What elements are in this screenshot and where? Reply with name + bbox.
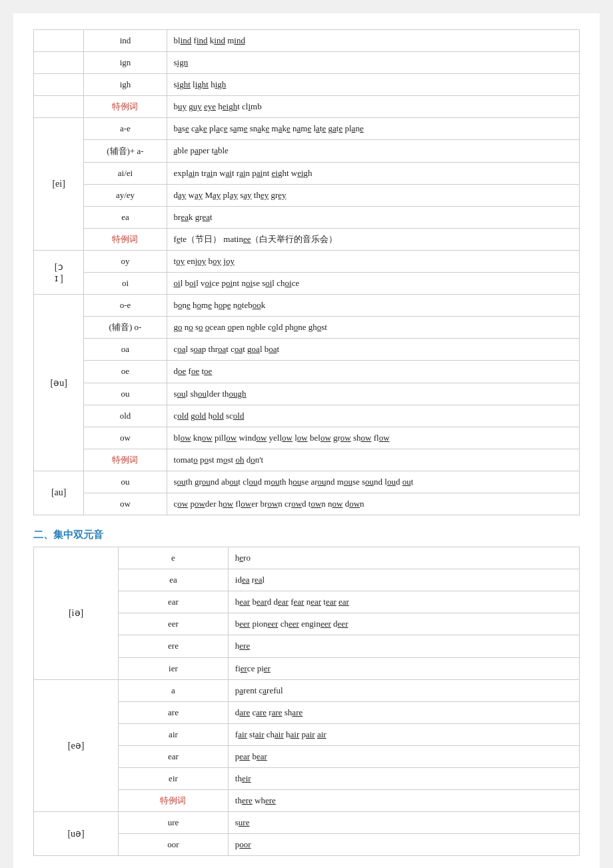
words-cell: soul shoulder though xyxy=(167,383,579,405)
words-cell: bone home hope notebook xyxy=(167,295,579,317)
words-cell: sure xyxy=(228,812,579,834)
pattern-cell: ere xyxy=(119,635,229,657)
pattern-cell: ou xyxy=(84,471,167,493)
words-cell: tomato post most oh don't xyxy=(167,449,579,471)
table-row: [iə] e hero xyxy=(34,547,580,569)
table-row: ow blow know pillow window yellow low be… xyxy=(34,427,580,449)
pattern-cell: oe xyxy=(84,361,167,383)
pattern-cell: 特例词 xyxy=(84,449,167,471)
pattern-cell: o-e xyxy=(84,295,167,317)
words-cell: poor xyxy=(228,834,579,856)
phonics-table-2: [iə] e hero ea idea real ear hear beard … xyxy=(33,547,580,856)
table-row: (辅音) o- go no so ocean open noble cold p… xyxy=(34,317,580,339)
pattern-cell: ear xyxy=(119,745,229,767)
words-cell: cow powder how flower brown crowd town n… xyxy=(167,493,579,515)
words-cell: fair stair chair hair pair air xyxy=(228,723,579,745)
words-cell: there where xyxy=(228,790,579,812)
phoneme-cell-au: [au] xyxy=(34,471,84,515)
table-row: ow cow powder how flower brown crowd tow… xyxy=(34,493,580,515)
table-row: ay/ey day way May play say they grey xyxy=(34,184,580,206)
pattern-cell: eir xyxy=(119,768,229,790)
pattern-cell: oy xyxy=(84,250,167,272)
words-cell: oil boil voice point noise soil choice xyxy=(167,273,579,295)
words-cell: parent careful xyxy=(228,679,579,701)
table-row: oe doe foe toe xyxy=(34,361,580,383)
words-cell: dare care rare share xyxy=(228,701,579,723)
page: ind blind find kind mind ign sign igh si… xyxy=(13,13,600,868)
words-cell: cold gold hold scold xyxy=(167,405,579,427)
words-cell: toy enjoy boy joy xyxy=(167,250,579,272)
words-cell: hero xyxy=(228,547,579,569)
pattern-cell: oor xyxy=(119,834,229,856)
table-row: ea break great xyxy=(34,206,580,228)
table-row: ign sign xyxy=(34,52,580,74)
words-cell: go no so ocean open noble cold phone gho… xyxy=(167,317,579,339)
pattern-cell: igh xyxy=(84,74,167,96)
table-row: oi oil boil voice point noise soil choic… xyxy=(34,273,580,295)
table-row: 特例词 tomato post most oh don't xyxy=(34,449,580,471)
phoneme-cell-ua: [uə] xyxy=(34,812,119,856)
pattern-cell: ear xyxy=(119,591,229,613)
words-cell: explain train wait rain paint eight weig… xyxy=(167,162,579,184)
phoneme-cell-ou: [əu] xyxy=(34,295,84,471)
pattern-cell: (辅音) o- xyxy=(84,317,167,339)
table-row: ou soul shoulder though xyxy=(34,383,580,405)
words-cell: fierce pier xyxy=(228,657,579,679)
words-cell: here xyxy=(228,635,579,657)
phoneme-cell-ea: [eə] xyxy=(34,679,119,812)
pattern-cell: 特例词 xyxy=(84,96,167,118)
pattern-cell: (辅音)+ a- xyxy=(84,140,167,162)
pattern-cell: ier xyxy=(119,657,229,679)
pattern-cell: ay/ey xyxy=(84,184,167,206)
pattern-cell: e xyxy=(119,547,229,569)
pattern-cell: ea xyxy=(119,569,229,591)
pattern-cell: a-e xyxy=(84,118,167,140)
pattern-cell: 特例词 xyxy=(119,790,229,812)
words-cell: pear bear xyxy=(228,745,579,767)
pattern-cell: ow xyxy=(84,493,167,515)
words-cell: able paper table xyxy=(167,140,579,162)
pattern-cell: ou xyxy=(84,383,167,405)
words-cell: blind find kind mind xyxy=(167,30,579,52)
table-row: (辅音)+ a- able paper table xyxy=(34,140,580,162)
phoneme-cell xyxy=(34,30,84,52)
words-cell: beer pioneer cheer engineer deer xyxy=(228,613,579,635)
table-row: old cold gold hold scold xyxy=(34,405,580,427)
words-cell: south ground about cloud mouth house aro… xyxy=(167,471,579,493)
words-cell: doe foe toe xyxy=(167,361,579,383)
words-cell: blow know pillow window yellow low below… xyxy=(167,427,579,449)
pattern-cell: ign xyxy=(84,52,167,74)
pattern-cell: oi xyxy=(84,273,167,295)
words-cell: their xyxy=(228,768,579,790)
pattern-cell: air xyxy=(119,723,229,745)
pattern-cell: ow xyxy=(84,427,167,449)
words-cell: day way May play say they grey xyxy=(167,184,579,206)
phonics-table-1: ind blind find kind mind ign sign igh si… xyxy=(33,29,580,515)
words-cell: sight light high xyxy=(167,74,579,96)
words-cell: base cake place same snake make name lat… xyxy=(167,118,579,140)
pattern-cell: ea xyxy=(84,206,167,228)
words-cell: buy guy eye height climb xyxy=(167,96,579,118)
phoneme-cell-ei: [ei] xyxy=(34,118,84,251)
pattern-cell: 特例词 xyxy=(84,228,167,250)
table-row: [ɔ ɪ ] oy toy enjoy boy joy xyxy=(34,250,580,272)
table-row: [ei] a-e base cake place same snake make… xyxy=(34,118,580,140)
pattern-cell: ai/ei xyxy=(84,162,167,184)
words-cell: fete（节日） matinee（白天举行的音乐会） xyxy=(167,228,579,250)
table-row: ind blind find kind mind xyxy=(34,30,580,52)
table-row: igh sight light high xyxy=(34,74,580,96)
words-cell: idea real xyxy=(228,569,579,591)
pattern-cell: eer xyxy=(119,613,229,635)
phoneme-cell xyxy=(34,74,84,96)
pattern-cell: ure xyxy=(119,812,229,834)
table-row: ai/ei explain train wait rain paint eigh… xyxy=(34,162,580,184)
pattern-cell: ind xyxy=(84,30,167,52)
pattern-cell: oa xyxy=(84,339,167,361)
table-row: 特例词 buy guy eye height climb xyxy=(34,96,580,118)
pattern-cell: a xyxy=(119,679,229,701)
pattern-cell: old xyxy=(84,405,167,427)
phoneme-cell-ie: [iə] xyxy=(34,547,119,680)
phoneme-cell xyxy=(34,52,84,74)
words-cell: coal soap throat coat goal boat xyxy=(167,339,579,361)
words-cell: hear beard dear fear near tear ear xyxy=(228,591,579,613)
